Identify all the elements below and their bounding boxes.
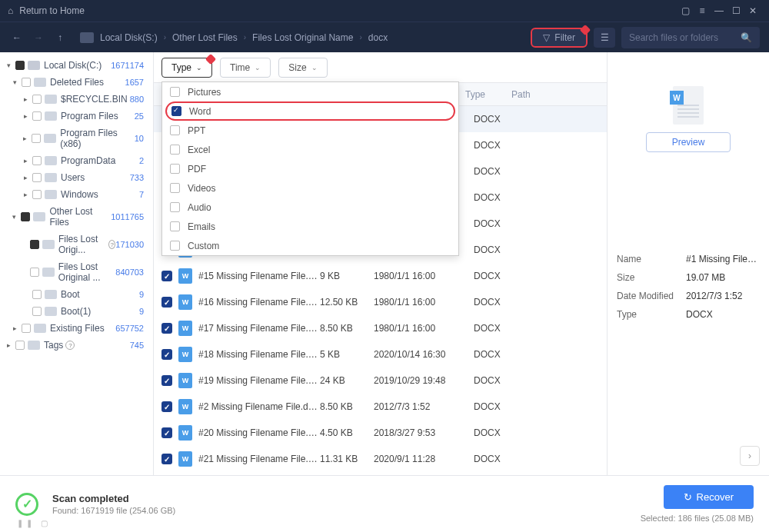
maximize-icon[interactable]: ☐ [727,2,744,19]
sidebar-item[interactable]: ▸Windows7 [0,186,153,203]
time-filter-label: Time [230,62,250,73]
row-checkbox[interactable] [161,349,172,360]
type-filter-badge [205,53,216,64]
next-page-button[interactable]: › [740,446,760,466]
sidebar-item[interactable]: ▸ProgramData2 [0,152,153,169]
close-icon[interactable]: ✕ [744,2,761,19]
home-icon[interactable]: ⌂ [8,5,13,16]
detail-type-label: Type [617,309,686,320]
file-list-panel: Type ⌄ Time ⌄ Size ⌄ PicturesWordPPTExce… [154,52,608,475]
selected-text: Selected: 186 files (25.08 MB) [641,514,754,523]
type-filter-label: Type [171,62,191,73]
preview-button[interactable]: Preview [646,132,731,152]
sidebar-item[interactable]: Boot(1)9 [0,303,153,320]
table-row[interactable]: W#18 Missing Filename File.docx5 KB2020/… [154,341,607,367]
row-checkbox[interactable] [161,375,172,386]
dropdown-option[interactable]: Word [165,101,455,121]
table-row[interactable]: W#2 Missing Filename File.docx8.50 KB201… [154,394,607,420]
disk-icon [80,32,94,43]
col-path[interactable]: Path [511,89,607,100]
footer: Scan completed Found: 1671919 file (254.… [0,475,769,532]
row-checkbox[interactable] [161,454,172,464]
row-checkbox[interactable] [161,427,172,438]
row-checkbox[interactable] [161,401,172,412]
status-subtitle: Found: 1671919 file (254.06 GB) [52,506,175,515]
type-filter-pill[interactable]: Type ⌄ [161,58,212,78]
sidebar-item[interactable]: ▸Tags?745 [0,337,153,354]
size-filter-pill[interactable]: Size ⌄ [278,58,327,78]
sidebar-item[interactable]: ▾Other Lost Files1011765 [0,203,153,231]
sidebar-item[interactable]: Files Lost Original ...840703 [0,258,153,286]
search-input[interactable]: Search files or folders 🔍 [621,27,760,48]
search-icon: 🔍 [741,32,752,43]
return-home-link[interactable]: Return to Home [19,5,85,16]
sidebar-item[interactable]: ▸Program Files25 [0,108,153,125]
time-filter-pill[interactable]: Time ⌄ [220,58,271,78]
dropdown-option[interactable]: Excel [162,140,458,159]
recover-label: Recover [697,491,734,503]
dropdown-option[interactable]: PDF [162,159,458,178]
table-row[interactable]: W#15 Missing Filename File.docx9 KB1980/… [154,263,607,289]
detail-name-value: #1 Missing Filena... [686,254,760,264]
table-row[interactable]: W#17 Missing Filename File.docx8.50 KB19… [154,315,607,341]
chevron-down-icon: ⌄ [255,64,261,71]
toolbar: ← → ↑ Local Disk(S:)› Other Lost Files› … [0,22,769,52]
breadcrumb-item[interactable]: docx [368,32,388,43]
window-layout-icon[interactable]: ▢ [677,2,694,19]
filter-bar: Type ⌄ Time ⌄ Size ⌄ [154,52,607,83]
breadcrumb-item[interactable]: Local Disk(S:) [100,32,158,43]
sidebar-item[interactable]: ▸Users733 [0,169,153,186]
scan-status: Scan completed Found: 1671919 file (254.… [52,493,175,515]
filter-label: Filter [554,32,575,43]
recover-button[interactable]: ↻ Recover [664,485,754,509]
size-filter-label: Size [288,62,306,73]
table-row[interactable]: W#21 Missing Filename File.docx11.31 KB2… [154,446,607,472]
sidebar-item[interactable]: Boot9 [0,286,153,303]
chevron-down-icon: ⌄ [311,64,318,71]
sidebar-item[interactable]: Files Lost Origi...?171030 [0,231,153,258]
sidebar-item[interactable]: ▸$RECYCLE.BIN880 [0,91,153,108]
forward-arrow-icon: → [31,30,46,45]
word-file-icon: W [178,373,192,388]
file-details: Name#1 Missing Filena... Size19.07 MB Da… [617,254,760,328]
type-dropdown: PicturesWordPPTExcelPDFVideosAudioEmails… [161,81,459,256]
main: ▾Local Disk(C:)1671174▾Deleted Files1657… [0,52,769,475]
sidebar-item[interactable]: ▸Program Files (x86)10 [0,125,153,152]
col-type[interactable]: Type [465,89,511,100]
pause-stop-icons[interactable]: ❚❚ ▢ [17,519,51,527]
detail-date-value: 2012/7/3 1:52 [686,291,760,301]
minimize-icon[interactable]: — [711,2,727,19]
table-row[interactable]: W#16 Missing Filename File.docx12.50 KB1… [154,289,607,315]
chevron-down-icon: ⌄ [196,64,202,71]
row-checkbox[interactable] [161,271,172,281]
detail-date-label: Date Modified [617,291,686,301]
row-checkbox[interactable] [161,297,172,308]
dropdown-option[interactable]: PPT [162,121,458,140]
word-file-icon: W [178,347,192,362]
dropdown-option[interactable]: Audio [162,198,458,217]
breadcrumb-item[interactable]: Other Lost Files [172,32,238,43]
table-row[interactable]: W#20 Missing Filename File.docx4.50 KB20… [154,420,607,446]
filter-button[interactable]: ▽ Filter [531,28,588,48]
word-file-icon: W [178,268,192,284]
dropdown-option[interactable]: Videos [162,178,458,198]
dropdown-option[interactable]: Custom [162,236,458,255]
detail-type-value: DOCX [686,309,760,320]
table-row[interactable]: W#19 Missing Filename File.docx24 KB2019… [154,367,607,394]
word-file-icon: W [178,294,192,310]
recover-icon: ↻ [684,491,692,503]
up-arrow-icon[interactable]: ↑ [52,30,68,45]
breadcrumb: Local Disk(S:)› Other Lost Files› Files … [100,32,388,43]
dropdown-option[interactable]: Emails [162,217,458,236]
menu-icon[interactable]: ≡ [694,2,711,19]
dropdown-option[interactable]: Pictures [162,82,458,101]
detail-size-label: Size [617,272,686,283]
list-view-icon[interactable]: ☰ [594,28,615,48]
breadcrumb-item[interactable]: Files Lost Original Name [252,32,353,43]
sidebar-item[interactable]: ▾Local Disk(C:)1671174 [0,57,153,74]
sidebar-item[interactable]: ▾Deleted Files1657 [0,74,153,91]
row-checkbox[interactable] [161,323,172,334]
scan-complete-icon [15,493,38,516]
back-arrow-icon[interactable]: ← [9,30,25,45]
sidebar-item[interactable]: ▸Existing Files657752 [0,320,153,337]
